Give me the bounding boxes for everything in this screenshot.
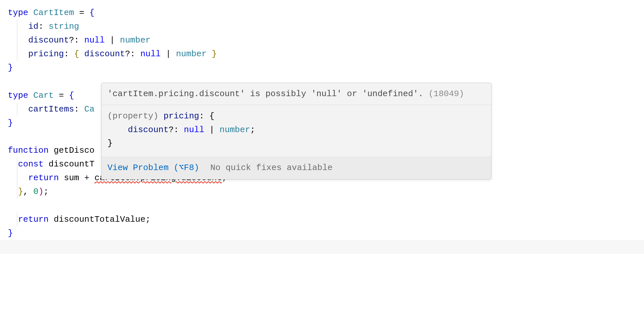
error-code: (18049)	[428, 89, 464, 99]
code-line-empty[interactable]	[8, 199, 636, 213]
brace-close: }	[18, 187, 23, 197]
variable-partial: discountT	[43, 159, 94, 169]
code-line[interactable]: }, 0);	[8, 185, 636, 199]
property: discount	[128, 125, 169, 135]
operator: =	[54, 91, 69, 100]
keyword-return: return	[28, 173, 59, 183]
keyword-return: return	[18, 215, 49, 224]
brace-close: }	[8, 228, 13, 238]
code-line[interactable]: discount?: null | number	[8, 33, 636, 47]
code-line[interactable]: id: string	[8, 20, 636, 33]
indent-guide	[17, 171, 17, 185]
property: pricing	[164, 111, 199, 121]
comma: ,	[23, 187, 33, 197]
hover-actions: View Problem (⌥F8) No quick fixes availa…	[102, 156, 491, 179]
indent-guide	[17, 47, 17, 61]
keyword-function: function	[8, 146, 49, 155]
no-quick-fix-label: No quick fixes available	[210, 161, 332, 175]
semicolon: ;	[145, 215, 151, 224]
type-name: CartItem	[33, 8, 74, 18]
pipe: |	[161, 49, 176, 59]
indent-guide	[17, 185, 17, 199]
type-string: string	[49, 22, 79, 31]
property: discount	[79, 49, 125, 59]
current-line-highlight[interactable]	[0, 240, 644, 254]
keyword-type: type	[8, 8, 28, 18]
pipe: |	[204, 125, 220, 135]
colon: :	[130, 49, 140, 59]
colon: :	[199, 111, 209, 121]
operator-plus: +	[84, 173, 89, 183]
error-message-section: 'cartItem.pricing.discount' is possibly …	[102, 83, 491, 105]
keyword-const: const	[18, 159, 43, 169]
brace-open: {	[74, 49, 79, 59]
paren-close: )	[39, 187, 44, 197]
colon: :	[74, 104, 84, 114]
code-line[interactable]: }	[8, 61, 636, 75]
hover-tooltip: 'cartItem.pricing.discount' is possibly …	[101, 83, 491, 180]
indent-guide	[17, 33, 17, 47]
number-literal: 0	[33, 187, 39, 197]
indent-guide	[17, 20, 17, 33]
pipe: |	[105, 35, 120, 45]
code-line[interactable]: return discountTotalValue;	[8, 213, 636, 226]
brace-open: {	[89, 8, 95, 18]
type-name: Cart	[33, 91, 54, 100]
space	[89, 173, 95, 183]
colon: :	[64, 49, 74, 59]
function-name-partial: getDisco	[49, 146, 94, 155]
brace-open: {	[209, 111, 215, 121]
operator: =	[74, 8, 89, 18]
type-number: number	[219, 125, 250, 135]
code-line[interactable]: pricing: { discount?: null | number }	[8, 47, 636, 61]
indent-guide	[17, 102, 17, 116]
colon: :	[39, 22, 49, 31]
null-keyword: null	[140, 49, 161, 59]
property: cartItems	[28, 104, 74, 114]
variable: discountTotalValue	[49, 215, 145, 224]
keyword-type: type	[8, 91, 28, 100]
optional: ?	[69, 35, 74, 45]
type-number: number	[120, 35, 151, 45]
indent-guide	[17, 157, 17, 171]
semicolon: ;	[250, 125, 255, 135]
optional: ?	[125, 49, 130, 59]
type-info-section: (property) pricing: { discount?: null | …	[102, 105, 491, 156]
error-message: 'cartItem.pricing.discount' is possibly …	[107, 89, 423, 99]
optional: ?	[169, 125, 174, 135]
brace-close: }	[8, 63, 13, 73]
type-number: number	[176, 49, 207, 59]
type-name-partial: Ca	[84, 104, 94, 114]
colon: :	[174, 125, 184, 135]
view-problem-link[interactable]: View Problem (⌥F8)	[107, 161, 199, 175]
type-prefix: (property)	[107, 111, 164, 121]
semicolon: ;	[43, 187, 49, 197]
code-line[interactable]: }	[8, 226, 636, 240]
brace-close: }	[8, 118, 13, 128]
colon: :	[74, 35, 84, 45]
brace-open: {	[69, 91, 74, 100]
null-keyword: null	[84, 35, 105, 45]
variable: sum	[59, 173, 84, 183]
indent-guide	[17, 213, 17, 226]
property: discount	[28, 35, 69, 45]
null-keyword: null	[184, 125, 204, 135]
brace-close: }	[207, 49, 217, 59]
property: pricing	[28, 49, 64, 59]
code-line[interactable]: type CartItem = {	[8, 6, 636, 20]
property: id	[28, 22, 38, 31]
brace-close: }	[107, 138, 113, 148]
